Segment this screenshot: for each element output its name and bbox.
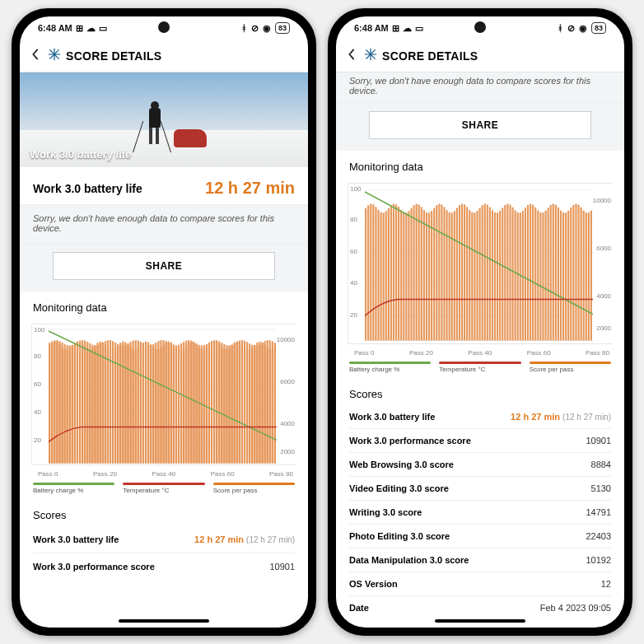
svg-rect-186 — [267, 348, 268, 464]
svg-rect-279 — [565, 212, 567, 340]
status-icon-cloud: ☁ — [86, 23, 96, 34]
hero-image: Work 3.0 battery life — [20, 72, 308, 167]
svg-rect-211 — [393, 204, 394, 341]
svg-rect-114 — [84, 347, 86, 463]
svg-rect-236 — [456, 208, 458, 341]
nav-bar[interactable] — [336, 614, 624, 628]
svg-rect-122 — [105, 344, 106, 463]
svg-rect-162 — [206, 348, 208, 463]
svg-rect-244 — [476, 211, 478, 340]
svg-rect-208 — [385, 211, 387, 340]
svg-rect-245 — [478, 208, 480, 340]
svg-rect-229 — [438, 203, 440, 340]
svg-rect-248 — [487, 204, 488, 340]
nav-bar[interactable] — [20, 614, 308, 628]
svg-rect-123 — [107, 347, 109, 463]
svg-rect-206 — [380, 212, 382, 341]
svg-rect-158 — [195, 344, 197, 463]
wifi-icon: ◉ — [263, 23, 271, 34]
svg-rect-237 — [459, 205, 460, 340]
svg-rect-102 — [54, 342, 55, 464]
svg-rect-118 — [94, 345, 96, 463]
svg-rect-172 — [231, 345, 233, 464]
phone-left: 6:48 AM ⊞ ☁ ▭ ᚼ ⊘ ◉ 83 SCORE DETAILS — [12, 8, 316, 636]
table-row: Work 3.0 performance score10901 — [349, 428, 611, 452]
svg-rect-148 — [170, 343, 172, 464]
no-sim-icon: ⊘ — [251, 23, 259, 34]
svg-rect-140 — [150, 344, 152, 463]
content-area[interactable]: Work 3.0 battery life Work 3.0 battery l… — [20, 72, 308, 614]
svg-rect-226 — [431, 211, 432, 340]
svg-rect-138 — [145, 342, 147, 464]
svg-rect-249 — [489, 208, 491, 341]
status-icon-card: ▭ — [99, 23, 107, 34]
score-key: Work 3.0 battery life — [33, 534, 119, 544]
back-icon[interactable] — [348, 49, 359, 63]
svg-rect-157 — [193, 343, 194, 464]
svg-rect-264 — [527, 205, 529, 341]
svg-rect-203 — [372, 204, 374, 340]
share-button[interactable]: SHARE — [53, 252, 275, 280]
table-row: DateFeb 4 2023 09:05 — [349, 595, 611, 614]
back-icon[interactable] — [31, 49, 43, 63]
table-row: Work 3.0 battery life12 h 27 min (12 h 2… — [33, 526, 295, 553]
content-area[interactable]: Sorry, we don't have enough data to comp… — [336, 72, 624, 614]
svg-rect-134 — [135, 349, 137, 463]
svg-rect-160 — [201, 349, 203, 464]
svg-rect-207 — [383, 212, 385, 340]
svg-rect-214 — [400, 210, 402, 341]
battery-indicator: 83 — [275, 22, 290, 34]
svg-rect-108 — [69, 348, 71, 464]
svg-rect-105 — [61, 347, 63, 463]
svg-rect-106 — [64, 349, 66, 464]
svg-rect-143 — [157, 349, 159, 463]
svg-rect-200 — [365, 208, 366, 341]
table-row: Writing 3.0 score14791 — [349, 500, 611, 524]
bluetooth-icon: ᚼ — [558, 23, 563, 33]
svg-rect-159 — [198, 348, 200, 464]
svg-rect-130 — [124, 342, 126, 463]
svg-rect-227 — [433, 208, 435, 341]
score-value: 8884 — [591, 460, 611, 469]
svg-rect-234 — [451, 212, 453, 340]
svg-rect-230 — [441, 204, 442, 340]
svg-rect-165 — [213, 342, 215, 464]
chart-x-labels: Pass 0 Pass 20 Pass 40 Pass 60 Pass 80 — [336, 348, 624, 358]
score-key: OS Version — [349, 579, 398, 589]
score-key: Work 3.0 battery life — [349, 412, 435, 422]
svg-rect-155 — [188, 343, 189, 464]
svg-rect-177 — [244, 348, 245, 464]
monitoring-heading: Monitoring data — [336, 151, 624, 178]
scores-table-full: Work 3.0 battery life12 h 27 min (12 h 2… — [336, 405, 624, 614]
share-button[interactable]: SHARE — [369, 111, 591, 139]
status-time: 6:48 AM — [38, 23, 72, 33]
svg-rect-202 — [370, 204, 371, 341]
svg-rect-258 — [511, 208, 513, 341]
svg-rect-254 — [502, 208, 503, 340]
svg-rect-223 — [423, 210, 425, 341]
score-value: 10192 — [586, 555, 611, 565]
svg-rect-112 — [79, 342, 81, 463]
score-bars — [49, 342, 276, 464]
svg-rect-156 — [190, 342, 192, 464]
score-value: 22403 — [586, 531, 611, 541]
svg-rect-180 — [251, 348, 253, 463]
svg-rect-288 — [588, 212, 590, 340]
svg-rect-109 — [72, 345, 73, 463]
svg-rect-277 — [560, 211, 562, 341]
svg-rect-289 — [590, 211, 592, 341]
svg-rect-185 — [264, 345, 266, 464]
svg-rect-241 — [469, 210, 470, 340]
svg-rect-146 — [166, 343, 167, 463]
score-key: Work 3.0 performance score — [33, 562, 155, 572]
svg-rect-260 — [517, 212, 519, 341]
svg-rect-132 — [129, 347, 131, 463]
svg-rect-269 — [539, 212, 541, 341]
svg-rect-263 — [525, 208, 526, 340]
status-icon-chip: ⊞ — [76, 23, 83, 34]
svg-rect-222 — [421, 207, 422, 340]
score-key: Writing 3.0 score — [349, 507, 422, 517]
svg-rect-240 — [466, 207, 468, 340]
wifi-icon: ◉ — [579, 23, 587, 34]
svg-rect-286 — [583, 211, 585, 341]
